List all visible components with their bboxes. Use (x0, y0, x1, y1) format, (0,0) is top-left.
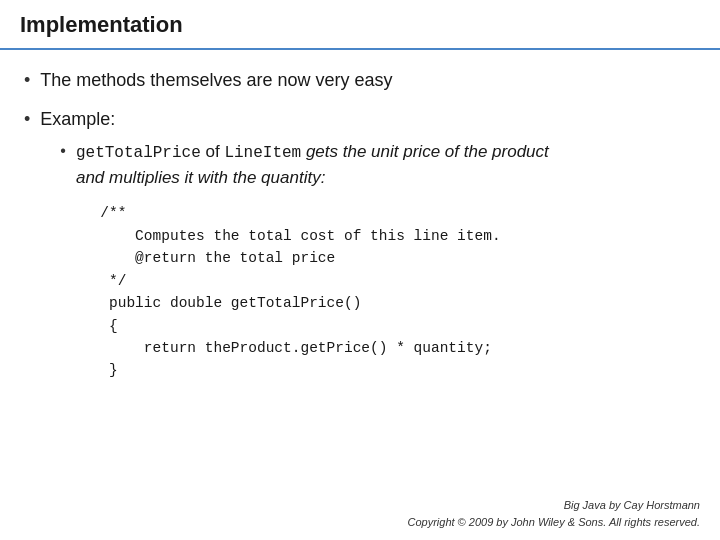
code-line-5: public double getTotalPrice() (100, 292, 548, 314)
bullet-text-2: Example: (40, 109, 115, 129)
content-area: • The methods themselves are now very ea… (0, 50, 720, 406)
code-get-total-price: getTotalPrice (76, 144, 201, 162)
bullet-text-1: The methods themselves are now very easy (40, 68, 392, 93)
sub-bullet-dot-1: • (60, 142, 66, 160)
slide-title: Implementation (20, 12, 183, 37)
slide: Implementation • The methods themselves … (0, 0, 720, 540)
footer: Big Java by Cay Horstmann Copyright © 20… (407, 497, 700, 530)
sub-bullet-1: • getTotalPrice of LineItem gets the uni… (60, 140, 548, 190)
bullet-dot-1: • (24, 70, 30, 91)
code-line-item: LineItem (224, 144, 301, 162)
code-line-2: Computes the total cost of this line ite… (100, 225, 548, 247)
code-line-7: return theProduct.getPrice() * quantity; (100, 337, 548, 359)
of-text: of (201, 142, 225, 161)
code-line-8: } (100, 359, 548, 381)
sub-bullet-text-1: getTotalPrice of LineItem gets the unit … (76, 140, 549, 190)
bullet-item-2: • Example: • getTotalPrice of LineItem g… (24, 107, 696, 382)
code-block: /** Computes the total cost of this line… (100, 202, 548, 382)
footer-line2: Copyright © 2009 by John Wiley & Sons. A… (407, 514, 700, 531)
bullet-dot-2: • (24, 109, 30, 130)
bullet-content-2: Example: • getTotalPrice of LineItem get… (40, 107, 548, 382)
code-line-3: @return the total price (100, 247, 548, 269)
bullet-item-1: • The methods themselves are now very ea… (24, 68, 696, 93)
code-line-1: /** (100, 202, 548, 224)
code-line-4: */ (100, 270, 548, 292)
title-bar: Implementation (0, 0, 720, 50)
code-line-6: { (100, 315, 548, 337)
footer-line1: Big Java by Cay Horstmann (407, 497, 700, 514)
